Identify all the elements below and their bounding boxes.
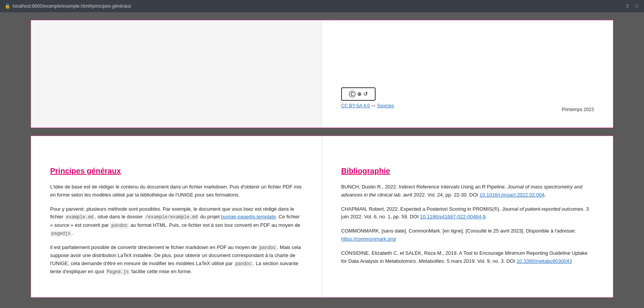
url-text: localhost:8000/example/example.html#prin… [13,3,131,9]
principes-heading[interactable]: Principes généraux [50,167,302,175]
license-dash: — [371,103,376,108]
template-link[interactable]: bunige-pagedjs-template [221,214,276,220]
bib-entry-2: CHAPMAN, Robert, 2022. Expected a Poster… [341,205,594,221]
top-page-left-col [31,20,322,128]
bottom-page-card: Principes généraux L'idée de base est de… [31,136,613,298]
bib-entry-1: BUNCH, Dustin R., 2022. Indirect Referen… [341,183,594,199]
bib-entry-3: COMMONMARK, [sans date]. CommonMark. [en… [341,227,594,243]
bib-entry-4: CONSIDINE, Elizabeth C. et SALEK, Reza M… [341,249,594,265]
bib-doi-link-2[interactable]: 10.1186/s41687-022-00464-9 [420,214,485,220]
top-page-card: Ⓒ ⊕ ↺ CC BY-SA 4.0 — Sources Printemps 2… [31,20,613,128]
top-page-right-col: Ⓒ ⊕ ↺ CC BY-SA 4.0 — Sources Printemps 2… [322,20,613,128]
license-links-row: CC BY-SA 4.0 — Sources [341,103,394,108]
bib-doi-link-4[interactable]: 10.3390/metabo9030043 [517,258,572,264]
license-area: Ⓒ ⊕ ↺ CC BY-SA 4.0 — Sources [341,87,394,108]
cc-by-symbol: ⊕ [357,91,362,97]
cc-symbol: Ⓒ [349,90,356,99]
star-icon[interactable]: ☆ [634,3,639,10]
bottom-page-left-col: Principes généraux L'idée de base est de… [31,136,322,297]
principes-paragraph-1: L'idée de base est de rédiger le contenu… [50,183,302,199]
principes-paragraph-3: Il est parfaitement possible de converti… [50,244,302,276]
bib-url-link-3[interactable]: https://commonmark.org/ [341,236,396,242]
sources-link[interactable]: Sources [377,103,394,108]
bibliographie-heading[interactable]: Bibliographie [341,167,594,175]
browser-action-buttons: ⇧ ☆ [625,3,639,10]
principes-paragraph-2: Pour y parvenir, plusieurs méthode sont … [50,205,302,238]
cc-by-sa-link[interactable]: CC BY-SA 4.0 [341,103,370,108]
bib-doi-link-1[interactable]: 10.1016/j.jmsacl.2022.02.004 [479,192,544,198]
cc-sa-symbol: ↺ [363,91,368,97]
bottom-page-right-col: Bibliographie BUNCH, Dustin R., 2022. In… [322,136,613,297]
date-text: Printemps 2023 [562,107,594,112]
lock-icon: 🔒 [5,3,10,9]
cc-license-icon: Ⓒ ⊕ ↺ [341,87,376,101]
page-area: Ⓒ ⊕ ↺ CC BY-SA 4.0 — Sources Printemps 2… [0,12,644,308]
share-icon[interactable]: ⇧ [625,3,630,10]
browser-url-bar[interactable]: 🔒 localhost:8000/example/example.html#pr… [5,3,131,9]
browser-chrome: 🔒 localhost:8000/example/example.html#pr… [0,0,644,12]
